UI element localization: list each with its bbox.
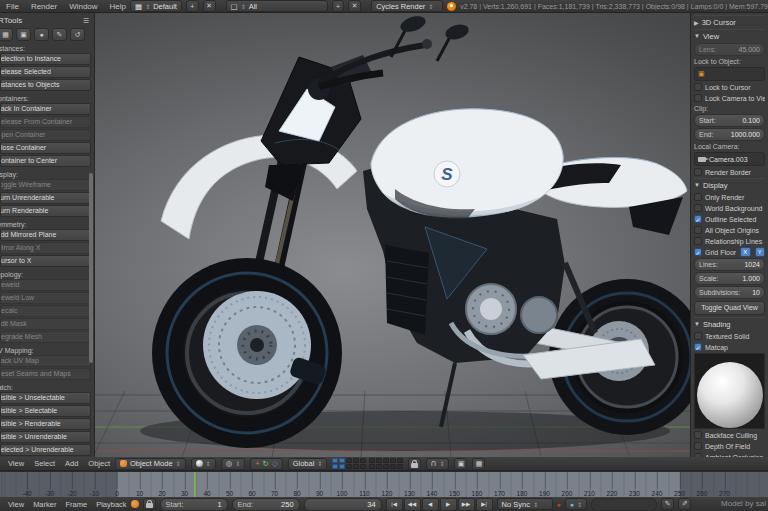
tool-button[interactable]: Pack In Container	[0, 103, 91, 115]
tool-shelf-scrollbar[interactable]	[89, 173, 93, 363]
screen-layout-selector[interactable]: ▦ ⇕ Default	[130, 0, 182, 12]
close-scene-button[interactable]: ✕	[348, 0, 361, 12]
jump-to-start-button[interactable]: |◀	[386, 498, 403, 511]
menu-help[interactable]: Help	[110, 2, 126, 11]
axis-toggle-x[interactable]: X	[740, 247, 750, 257]
play-reverse-button[interactable]: ◀	[422, 498, 439, 511]
layer-cell[interactable]	[353, 458, 359, 463]
tool-button[interactable]: Recalc	[0, 305, 91, 317]
layer-cell[interactable]	[376, 458, 382, 463]
timeline-menu-view[interactable]: View	[8, 500, 24, 509]
insert-keyframe-button[interactable]: ✎	[661, 498, 674, 510]
add-layout-button[interactable]: +	[186, 0, 199, 12]
checkbox-row-relationship-lines[interactable]: Relationship Lines	[694, 236, 765, 246]
tool-button[interactable]: Release From Container	[0, 116, 91, 128]
tool-button[interactable]: Visible > Unselectable	[0, 392, 91, 404]
panel-menu-icon[interactable]: ☰	[83, 17, 89, 25]
checkbox-row-render-border[interactable]: Render Border	[694, 167, 765, 177]
render-ops-image-button[interactable]: ▦	[472, 458, 485, 470]
scale-field[interactable]: Scale:1.000	[694, 272, 765, 285]
checkbox[interactable]	[694, 237, 702, 245]
tool-button[interactable]: Reweld Low	[0, 292, 91, 304]
tool-button[interactable]: Edit Mask	[0, 318, 91, 330]
checkbox-row-lock-to-cursor[interactable]: Lock to Cursor	[694, 82, 765, 92]
tool-button[interactable]: Cursor to X	[0, 255, 91, 267]
tool-button[interactable]: Turn Unrenderable	[0, 192, 91, 204]
render-engine-selector[interactable]: Cycles Render ⇕	[371, 0, 443, 12]
end-field[interactable]: End:1000.000	[694, 128, 765, 141]
checkbox[interactable]	[694, 226, 702, 234]
checkbox-row-grid-floor[interactable]: ✓Grid FloorXY	[694, 247, 765, 257]
tool-button[interactable]: Degrade Mesh	[0, 331, 91, 343]
axis-toggle-y[interactable]: Y	[755, 247, 765, 257]
tool-button[interactable]: Selected > Unrenderable	[0, 444, 91, 456]
menu-window[interactable]: Window	[69, 2, 97, 11]
layer-cell[interactable]	[390, 464, 396, 469]
checkbox[interactable]	[694, 168, 702, 176]
tool-button[interactable]: Container to Center	[0, 155, 91, 167]
tool-button[interactable]: Visible > Selectable	[0, 405, 91, 417]
keying-set-field[interactable]	[591, 498, 657, 511]
grid-icon[interactable]: ▦	[0, 28, 13, 41]
keying-set-selector[interactable]: ● ⇕	[565, 498, 587, 510]
tool-button[interactable]: Turn Renderable	[0, 205, 91, 217]
layer-cell[interactable]	[397, 464, 403, 469]
layer-cell[interactable]	[332, 458, 338, 463]
layer-cell[interactable]	[353, 464, 359, 469]
camera-picker-field[interactable]: Camera.003	[694, 152, 765, 166]
checkbox-row-matcap[interactable]: ✓Matcap	[694, 342, 765, 352]
tool-button[interactable]: Add Mirrored Plane	[0, 229, 91, 241]
copy-icon[interactable]: ▣	[16, 28, 31, 41]
frame-start-field[interactable]: Start: 1	[160, 498, 228, 511]
matcap-preview[interactable]	[694, 353, 765, 429]
tool-button[interactable]: Reset Seams and Maps	[0, 368, 91, 380]
checkbox[interactable]: ✓	[694, 248, 702, 256]
subdivisions-field[interactable]: Subdivisions:10	[694, 286, 765, 299]
checkbox[interactable]	[694, 204, 702, 212]
tool-button[interactable]: Close Container	[0, 142, 91, 154]
layer-cell[interactable]	[339, 464, 345, 469]
start-field[interactable]: Start:0.100	[694, 114, 765, 127]
sync-selector[interactable]: No Sync ⇕	[497, 498, 553, 510]
checkbox[interactable]	[694, 94, 702, 102]
view3d-menu-view[interactable]: View	[8, 459, 24, 468]
checkbox-row-depth-of-field[interactable]: Depth Of Field	[694, 441, 765, 451]
checkbox-row-only-render[interactable]: Only Render	[694, 192, 765, 202]
checkbox[interactable]	[694, 431, 702, 439]
layers-widget[interactable]	[332, 458, 403, 469]
refresh-icon[interactable]: ↺	[70, 28, 85, 41]
layer-cell[interactable]	[390, 458, 396, 463]
menu-render[interactable]: Render	[31, 2, 57, 11]
tool-button[interactable]: Toggle Wireframe	[0, 179, 91, 191]
layer-cell[interactable]	[383, 464, 389, 469]
render-ops-camera-button[interactable]: ▣	[454, 458, 467, 470]
checkbox-row-all-object-origins[interactable]: All Object Origins	[694, 225, 765, 235]
panel-header-3d-cursor[interactable]: ▶3D Cursor	[694, 15, 765, 28]
scene-lock-button[interactable]	[408, 458, 421, 470]
record-icon[interactable]: ●	[557, 501, 561, 508]
layer-cell[interactable]	[360, 458, 366, 463]
view3d-menu-object[interactable]: Object	[88, 459, 110, 468]
pivot-selector[interactable]: ◎ ⇕	[221, 458, 246, 470]
checkbox-row-lock-camera-to-view[interactable]: Lock Camera to View	[694, 93, 765, 103]
delete-keyframe-button[interactable]: ✎	[678, 498, 691, 510]
checkbox[interactable]	[694, 332, 702, 340]
checkbox-row-backface-culling[interactable]: Backface Culling	[694, 430, 765, 440]
manipulator-toggle[interactable]: +↻◇	[250, 458, 282, 470]
layer-cell[interactable]	[332, 464, 338, 469]
close-layout-button[interactable]: ✕	[203, 0, 216, 12]
checkbox[interactable]: ✓	[694, 343, 702, 351]
layer-cell[interactable]	[369, 458, 375, 463]
checkbox-row-textured-solid[interactable]: Textured Solid	[694, 331, 765, 341]
checkbox[interactable]	[694, 442, 702, 450]
current-frame-field[interactable]: 34	[304, 498, 382, 511]
play-button[interactable]: ▶	[440, 498, 457, 511]
lens-field[interactable]: Lens:45.000	[694, 43, 765, 56]
playhead[interactable]	[194, 472, 196, 498]
layer-cell[interactable]	[360, 464, 366, 469]
snap-toggle[interactable]: U ⇕	[426, 458, 449, 470]
orientation-selector[interactable]: Global ⇕	[288, 458, 328, 470]
tool-button[interactable]: Selection to Instance	[0, 53, 91, 65]
layer-cell[interactable]	[346, 458, 352, 463]
tool-button[interactable]: Visible > Renderable	[0, 418, 91, 430]
